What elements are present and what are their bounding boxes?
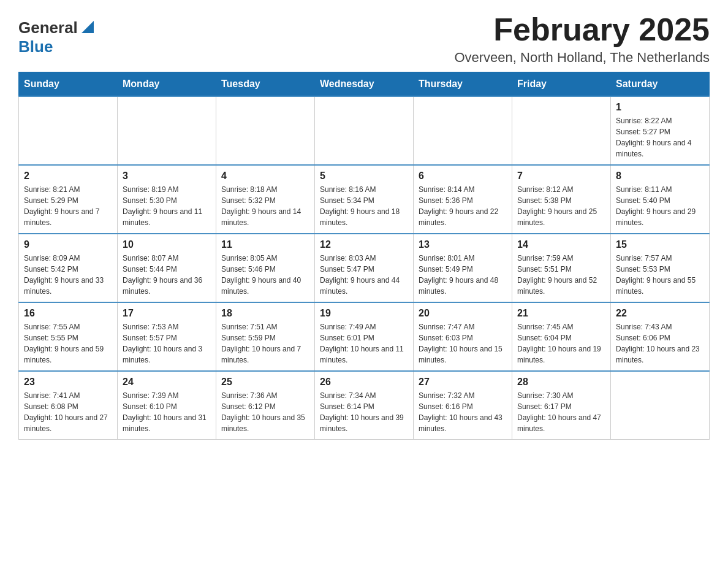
- day-info: Sunrise: 8:14 AMSunset: 5:36 PMDaylight:…: [419, 184, 507, 228]
- day-number: 21: [517, 308, 605, 319]
- day-number: 22: [616, 308, 704, 319]
- title-block: February 2025 Overveen, North Holland, T…: [454, 12, 710, 66]
- day-number: 20: [419, 308, 507, 319]
- day-number: 14: [517, 239, 605, 250]
- logo: General Blue: [18, 18, 96, 56]
- day-number: 17: [123, 308, 211, 319]
- day-info: Sunrise: 8:16 AMSunset: 5:34 PMDaylight:…: [320, 184, 408, 228]
- calendar-cell: 27Sunrise: 7:32 AMSunset: 6:16 PMDayligh…: [414, 371, 512, 440]
- day-number: 9: [24, 239, 112, 250]
- calendar-body: 1Sunrise: 8:22 AMSunset: 5:27 PMDaylight…: [19, 96, 710, 440]
- week-row-1: 1Sunrise: 8:22 AMSunset: 5:27 PMDaylight…: [19, 96, 710, 165]
- calendar-cell: 5Sunrise: 8:16 AMSunset: 5:34 PMDaylight…: [315, 165, 414, 234]
- day-info: Sunrise: 7:49 AMSunset: 6:01 PMDaylight:…: [320, 321, 408, 366]
- calendar-cell: 9Sunrise: 8:09 AMSunset: 5:42 PMDaylight…: [19, 234, 118, 302]
- calendar-cell: 14Sunrise: 7:59 AMSunset: 5:51 PMDayligh…: [512, 234, 611, 302]
- day-number: 12: [320, 239, 408, 250]
- day-number: 11: [221, 239, 309, 250]
- calendar-header: Sunday Monday Tuesday Wednesday Thursday…: [19, 72, 710, 97]
- page-header: General Blue February 2025 Overveen, Nor…: [18, 12, 710, 66]
- day-number: 5: [320, 170, 408, 182]
- day-number: 27: [419, 377, 507, 388]
- day-info: Sunrise: 7:43 AMSunset: 6:06 PMDaylight:…: [616, 321, 704, 366]
- calendar-cell: 25Sunrise: 7:36 AMSunset: 6:12 PMDayligh…: [216, 371, 315, 440]
- calendar-cell: 4Sunrise: 8:18 AMSunset: 5:32 PMDaylight…: [216, 165, 315, 234]
- day-number: 7: [517, 170, 605, 182]
- calendar-cell: 13Sunrise: 8:01 AMSunset: 5:49 PMDayligh…: [414, 234, 512, 302]
- calendar-cell: 20Sunrise: 7:47 AMSunset: 6:03 PMDayligh…: [414, 302, 512, 371]
- logo-blue-text: Blue: [18, 37, 53, 56]
- page-subtitle: Overveen, North Holland, The Netherlands: [454, 50, 710, 66]
- calendar-cell: [315, 96, 414, 165]
- calendar-cell: [216, 96, 315, 165]
- day-number: 28: [517, 377, 605, 388]
- day-info: Sunrise: 7:39 AMSunset: 6:10 PMDaylight:…: [123, 390, 211, 434]
- week-row-3: 9Sunrise: 8:09 AMSunset: 5:42 PMDaylight…: [19, 234, 710, 302]
- week-row-2: 2Sunrise: 8:21 AMSunset: 5:29 PMDaylight…: [19, 165, 710, 234]
- day-info: Sunrise: 8:07 AMSunset: 5:44 PMDaylight:…: [123, 253, 211, 297]
- day-number: 16: [24, 308, 112, 319]
- calendar-cell: 22Sunrise: 7:43 AMSunset: 6:06 PMDayligh…: [611, 302, 710, 371]
- day-info: Sunrise: 8:21 AMSunset: 5:29 PMDaylight:…: [24, 184, 112, 228]
- day-info: Sunrise: 7:30 AMSunset: 6:17 PMDaylight:…: [517, 390, 605, 434]
- calendar-cell: 6Sunrise: 8:14 AMSunset: 5:36 PMDaylight…: [414, 165, 512, 234]
- day-info: Sunrise: 8:09 AMSunset: 5:42 PMDaylight:…: [24, 253, 112, 297]
- day-info: Sunrise: 8:05 AMSunset: 5:46 PMDaylight:…: [221, 253, 309, 297]
- day-info: Sunrise: 8:19 AMSunset: 5:30 PMDaylight:…: [123, 184, 211, 228]
- calendar-cell: 16Sunrise: 7:55 AMSunset: 5:55 PMDayligh…: [19, 302, 118, 371]
- calendar-cell: 2Sunrise: 8:21 AMSunset: 5:29 PMDaylight…: [19, 165, 118, 234]
- page-title: February 2025: [454, 12, 710, 47]
- calendar-cell: [611, 371, 710, 440]
- day-number: 6: [419, 170, 507, 182]
- day-number: 8: [616, 170, 704, 182]
- day-number: 23: [24, 377, 112, 388]
- day-info: Sunrise: 7:34 AMSunset: 6:14 PMDaylight:…: [320, 390, 408, 434]
- calendar-cell: 8Sunrise: 8:11 AMSunset: 5:40 PMDaylight…: [611, 165, 710, 234]
- day-info: Sunrise: 7:59 AMSunset: 5:51 PMDaylight:…: [517, 253, 605, 297]
- week-row-5: 23Sunrise: 7:41 AMSunset: 6:08 PMDayligh…: [19, 371, 710, 440]
- calendar-cell: 7Sunrise: 8:12 AMSunset: 5:38 PMDaylight…: [512, 165, 611, 234]
- day-info: Sunrise: 8:12 AMSunset: 5:38 PMDaylight:…: [517, 184, 605, 228]
- calendar-cell: 19Sunrise: 7:49 AMSunset: 6:01 PMDayligh…: [315, 302, 414, 371]
- week-row-4: 16Sunrise: 7:55 AMSunset: 5:55 PMDayligh…: [19, 302, 710, 371]
- calendar-cell: 18Sunrise: 7:51 AMSunset: 5:59 PMDayligh…: [216, 302, 315, 371]
- day-info: Sunrise: 7:51 AMSunset: 5:59 PMDaylight:…: [221, 321, 309, 366]
- calendar-cell: [118, 96, 216, 165]
- col-wednesday: Wednesday: [315, 72, 414, 97]
- day-info: Sunrise: 8:22 AMSunset: 5:27 PMDaylight:…: [616, 115, 704, 159]
- calendar-cell: 28Sunrise: 7:30 AMSunset: 6:17 PMDayligh…: [512, 371, 611, 440]
- calendar-cell: 17Sunrise: 7:53 AMSunset: 5:57 PMDayligh…: [118, 302, 216, 371]
- day-info: Sunrise: 7:36 AMSunset: 6:12 PMDaylight:…: [221, 390, 309, 434]
- col-friday: Friday: [512, 72, 611, 97]
- day-info: Sunrise: 7:32 AMSunset: 6:16 PMDaylight:…: [419, 390, 507, 434]
- day-number: 13: [419, 239, 507, 250]
- calendar-cell: 1Sunrise: 8:22 AMSunset: 5:27 PMDaylight…: [611, 96, 710, 165]
- day-number: 19: [320, 308, 408, 319]
- day-info: Sunrise: 7:41 AMSunset: 6:08 PMDaylight:…: [24, 390, 112, 434]
- col-monday: Monday: [118, 72, 216, 97]
- calendar-cell: 21Sunrise: 7:45 AMSunset: 6:04 PMDayligh…: [512, 302, 611, 371]
- day-info: Sunrise: 7:47 AMSunset: 6:03 PMDaylight:…: [419, 321, 507, 366]
- day-info: Sunrise: 8:01 AMSunset: 5:49 PMDaylight:…: [419, 253, 507, 297]
- calendar-cell: [19, 96, 118, 165]
- day-number: 25: [221, 377, 309, 388]
- header-row: Sunday Monday Tuesday Wednesday Thursday…: [19, 72, 710, 97]
- logo-triangle-icon: [79, 18, 96, 36]
- day-info: Sunrise: 7:53 AMSunset: 5:57 PMDaylight:…: [123, 321, 211, 366]
- svg-marker-0: [82, 21, 94, 33]
- calendar-cell: 24Sunrise: 7:39 AMSunset: 6:10 PMDayligh…: [118, 371, 216, 440]
- calendar-cell: 26Sunrise: 7:34 AMSunset: 6:14 PMDayligh…: [315, 371, 414, 440]
- day-info: Sunrise: 8:18 AMSunset: 5:32 PMDaylight:…: [221, 184, 309, 228]
- day-info: Sunrise: 8:03 AMSunset: 5:47 PMDaylight:…: [320, 253, 408, 297]
- day-info: Sunrise: 7:55 AMSunset: 5:55 PMDaylight:…: [24, 321, 112, 366]
- logo-general-text: General: [18, 18, 78, 37]
- calendar-cell: 15Sunrise: 7:57 AMSunset: 5:53 PMDayligh…: [611, 234, 710, 302]
- day-number: 15: [616, 239, 704, 250]
- day-number: 4: [221, 170, 309, 182]
- calendar-cell: [414, 96, 512, 165]
- day-number: 26: [320, 377, 408, 388]
- day-number: 1: [616, 102, 704, 113]
- day-number: 10: [123, 239, 211, 250]
- day-info: Sunrise: 7:45 AMSunset: 6:04 PMDaylight:…: [517, 321, 605, 366]
- calendar-cell: 11Sunrise: 8:05 AMSunset: 5:46 PMDayligh…: [216, 234, 315, 302]
